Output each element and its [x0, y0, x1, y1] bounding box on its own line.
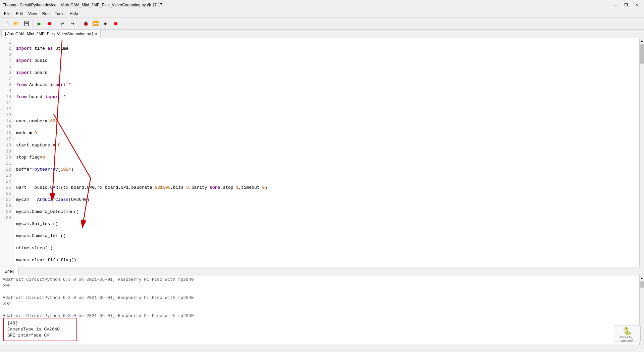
scroll-thumb[interactable] [640, 44, 644, 64]
shell-line-1: Adafruit CircuitPython 6.3.0 on 2021-06-… [3, 277, 637, 283]
shell-line-2: Adafruit CircuitPython 6.3.0 on 2021-06-… [3, 295, 637, 301]
menu-view[interactable]: View [25, 11, 40, 17]
menu-bar: File Edit View Run Tools Help [0, 10, 644, 17]
status-bar [0, 345, 644, 352]
tab-close-icon[interactable]: × [95, 32, 97, 36]
shell-scroll-thumb[interactable] [640, 281, 644, 288]
toolbar: 📄 📂 💾 ▶ ⏹ ↩ ↪ 🐞 ⏩ ⏭ ⏹ [0, 17, 644, 30]
title-text: Thonny - CircuitPython device :: /ArduCA… [3, 3, 162, 7]
output-line-3: SPI interface OK [7, 333, 73, 339]
menu-help[interactable]: Help [67, 11, 81, 17]
circuit-label: CircuitPy...(generic) [615, 336, 639, 342]
new-file-button[interactable]: 📄 [1, 19, 11, 28]
toolbar-separator-3 [79, 20, 79, 27]
menu-run[interactable]: Run [40, 11, 52, 17]
stop-button[interactable]: ⏹ [45, 19, 54, 28]
maximize-button[interactable]: ❐ [621, 2, 631, 8]
toolbar-separator-1 [33, 20, 33, 27]
menu-edit[interactable]: Edit [13, 11, 25, 17]
output-box: [48] CameraType is OV2640 SPI interface … [3, 318, 77, 341]
shell-content[interactable]: Adafruit CircuitPython 6.3.0 on 2021-06-… [0, 275, 639, 345]
shell-tab-bar: Shell [0, 267, 644, 275]
save-file-button[interactable]: 💾 [21, 19, 31, 28]
open-file-button[interactable]: 📂 [11, 19, 21, 28]
shell-blank-1 [3, 289, 637, 295]
run-button[interactable]: ▶ [35, 19, 44, 28]
shell-tab[interactable]: Shell [0, 267, 19, 275]
shell-run-cmd: >>> %Run - $EDITOR_CONTENT [3, 319, 637, 325]
debug-button[interactable]: 🐞 [81, 19, 90, 28]
code-editor: 12345 678910 1112131415 1617181920 21222… [0, 38, 644, 267]
menu-tools[interactable]: Tools [52, 11, 67, 17]
tab-label: [ ArduCAM_Mini_2MP_Plus_VideoStreaming.p… [5, 32, 93, 36]
main-area: 12345 678910 1112131415 1617181920 21222… [0, 38, 644, 345]
line-numbers: 12345 678910 1112131415 1617181920 21222… [0, 38, 13, 267]
output-line-2: CameraType is OV2640 [7, 326, 73, 333]
redo-button[interactable]: ↪ [68, 19, 77, 28]
title-bar: Thonny - CircuitPython device :: /ArduCA… [0, 0, 644, 10]
shell-row: Adafruit CircuitPython 6.3.0 on 2021-06-… [0, 275, 644, 345]
tab-bar: [ ArduCAM_Mini_2MP_Plus_VideoStreaming.p… [0, 30, 644, 38]
shell-prompt-1: >>> [3, 283, 637, 289]
undo-button[interactable]: ↩ [58, 19, 67, 28]
code-content[interactable]: import time as utime import busio import… [13, 38, 639, 267]
shell-line-3: Adafruit CircuitPython 6.3.0 on 2021-06-… [3, 313, 637, 319]
shell-panel: Shell Adafruit CircuitPython 6.3.0 on 20… [0, 267, 644, 345]
toolbar-separator-2 [56, 20, 56, 27]
step-into-button[interactable]: ⏭ [101, 19, 110, 28]
step-over-button[interactable]: ⏩ [91, 19, 100, 28]
menu-file[interactable]: File [1, 11, 13, 17]
editor-tab-main[interactable]: [ ArduCAM_Mini_2MP_Plus_VideoStreaming.p… [1, 30, 101, 38]
shell-prompt-2: >>> [3, 301, 637, 307]
close-button[interactable]: ✕ [632, 2, 641, 8]
shell-scroll-up[interactable]: ▲ [640, 275, 644, 280]
output-line-1: [48] [7, 320, 73, 326]
scroll-up-arrow[interactable]: ▲ [640, 38, 644, 43]
editor-scrollbar[interactable]: ▲ [639, 38, 644, 267]
circuit-python-indicator[interactable]: 🐍 CircuitPy...(generic) [614, 325, 641, 342]
minimize-button[interactable]: — [610, 2, 620, 8]
step-out-button[interactable]: ⏹ [111, 19, 120, 28]
shell-blank-2 [3, 307, 637, 313]
